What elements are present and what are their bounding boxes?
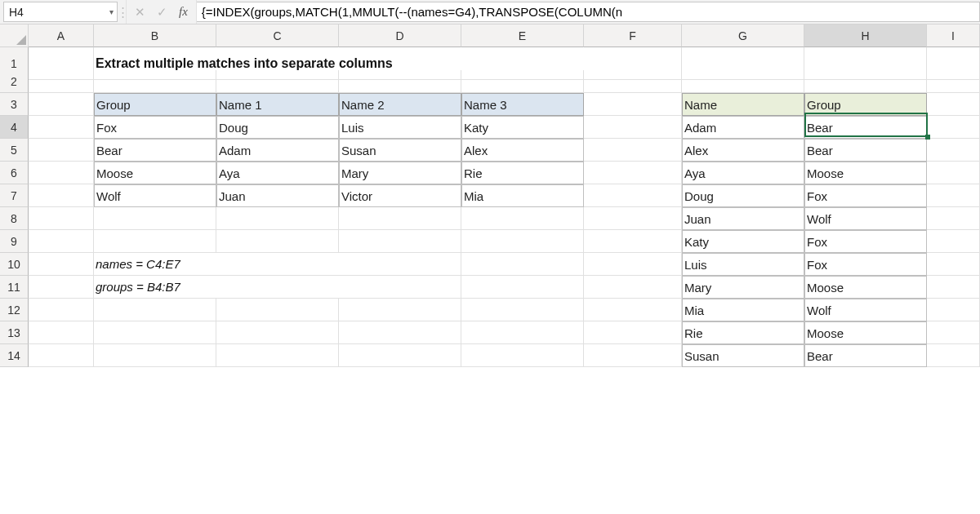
col-header-E[interactable]: E bbox=[461, 24, 584, 47]
cell-F13[interactable] bbox=[584, 321, 682, 344]
cell-G8[interactable]: Juan bbox=[682, 207, 804, 230]
cell-E13[interactable] bbox=[461, 321, 584, 344]
col-header-D[interactable]: D bbox=[339, 24, 461, 47]
cell-G7[interactable]: Doug bbox=[682, 184, 804, 207]
cell-B7[interactable]: Wolf bbox=[94, 184, 216, 207]
cell-D2[interactable] bbox=[339, 70, 461, 93]
cell-A10[interactable] bbox=[29, 253, 94, 276]
formula-bar-grip-icon[interactable]: ⋮ bbox=[119, 0, 126, 24]
cell-C7[interactable]: Juan bbox=[216, 184, 339, 207]
cell-I8[interactable] bbox=[927, 207, 980, 230]
cell-F3[interactable] bbox=[584, 93, 682, 116]
col-header-H[interactable]: H bbox=[804, 24, 927, 47]
cell-G6[interactable]: Aya bbox=[682, 162, 804, 184]
col-header-I[interactable]: I bbox=[927, 24, 980, 47]
cell-E14[interactable] bbox=[461, 344, 584, 367]
main-header-group[interactable]: Group bbox=[94, 93, 216, 116]
spreadsheet-grid[interactable]: A B C D E F G H I 1 Extract multiple mat… bbox=[0, 24, 980, 367]
groups-definition[interactable]: groups = B4:B7 bbox=[94, 276, 461, 299]
cell-I12[interactable] bbox=[927, 299, 980, 321]
cell-E11[interactable] bbox=[461, 276, 584, 299]
col-header-B[interactable]: B bbox=[94, 24, 216, 47]
cell-D13[interactable] bbox=[339, 321, 461, 344]
cell-I10[interactable] bbox=[927, 253, 980, 276]
cell-A8[interactable] bbox=[29, 207, 94, 230]
cell-I4[interactable] bbox=[927, 116, 980, 139]
cell-A11[interactable] bbox=[29, 276, 94, 299]
cell-B14[interactable] bbox=[94, 344, 216, 367]
cell-F9[interactable] bbox=[584, 230, 682, 253]
cell-D14[interactable] bbox=[339, 344, 461, 367]
cell-H9[interactable]: Fox bbox=[804, 230, 927, 253]
row-header-5[interactable]: 5 bbox=[0, 139, 29, 162]
cell-F11[interactable] bbox=[584, 276, 682, 299]
cell-F7[interactable] bbox=[584, 184, 682, 207]
cell-D6[interactable]: Mary bbox=[339, 162, 461, 184]
col-header-G[interactable]: G bbox=[682, 24, 804, 47]
cell-B6[interactable]: Moose bbox=[94, 162, 216, 184]
cell-C2[interactable] bbox=[216, 70, 339, 93]
cell-H14[interactable]: Bear bbox=[804, 344, 927, 367]
cell-A12[interactable] bbox=[29, 299, 94, 321]
cell-E6[interactable]: Rie bbox=[461, 162, 584, 184]
cell-B5[interactable]: Bear bbox=[94, 139, 216, 162]
cell-B4[interactable]: Fox bbox=[94, 116, 216, 139]
row-header-14[interactable]: 14 bbox=[0, 344, 29, 367]
cell-E5[interactable]: Alex bbox=[461, 139, 584, 162]
names-definition[interactable]: names = C4:E7 bbox=[94, 253, 461, 276]
cell-A6[interactable] bbox=[29, 162, 94, 184]
cell-I3[interactable] bbox=[927, 93, 980, 116]
cell-E7[interactable]: Mia bbox=[461, 184, 584, 207]
cell-B9[interactable] bbox=[94, 230, 216, 253]
cell-G4[interactable]: Adam bbox=[682, 116, 804, 139]
cell-B12[interactable] bbox=[94, 299, 216, 321]
main-header-name2[interactable]: Name 2 bbox=[339, 93, 461, 116]
cell-H5[interactable]: Bear bbox=[804, 139, 927, 162]
cell-H11[interactable]: Moose bbox=[804, 276, 927, 299]
cell-D12[interactable] bbox=[339, 299, 461, 321]
cell-I14[interactable] bbox=[927, 344, 980, 367]
cell-C9[interactable] bbox=[216, 230, 339, 253]
cell-F8[interactable] bbox=[584, 207, 682, 230]
col-header-C[interactable]: C bbox=[216, 24, 339, 47]
main-header-name3[interactable]: Name 3 bbox=[461, 93, 584, 116]
cell-A7[interactable] bbox=[29, 184, 94, 207]
cell-A13[interactable] bbox=[29, 321, 94, 344]
cell-C13[interactable] bbox=[216, 321, 339, 344]
cell-H13[interactable]: Moose bbox=[804, 321, 927, 344]
row-header-9[interactable]: 9 bbox=[0, 230, 29, 253]
cell-A3[interactable] bbox=[29, 93, 94, 116]
cell-F2[interactable] bbox=[584, 70, 682, 93]
enter-formula-icon[interactable]: ✓ bbox=[157, 5, 167, 20]
cell-I6[interactable] bbox=[927, 162, 980, 184]
cancel-formula-icon[interactable]: ✕ bbox=[135, 5, 145, 20]
lookup-header-name[interactable]: Name bbox=[682, 93, 804, 116]
col-header-A[interactable]: A bbox=[29, 24, 94, 47]
cell-I13[interactable] bbox=[927, 321, 980, 344]
name-box-dropdown-icon[interactable]: ▾ bbox=[109, 7, 114, 16]
row-header-13[interactable]: 13 bbox=[0, 321, 29, 344]
row-header-6[interactable]: 6 bbox=[0, 162, 29, 184]
cell-B8[interactable] bbox=[94, 207, 216, 230]
cell-G11[interactable]: Mary bbox=[682, 276, 804, 299]
cell-E4[interactable]: Katy bbox=[461, 116, 584, 139]
cell-G9[interactable]: Katy bbox=[682, 230, 804, 253]
row-header-11[interactable]: 11 bbox=[0, 276, 29, 299]
cell-G10[interactable]: Luis bbox=[682, 253, 804, 276]
cell-A5[interactable] bbox=[29, 139, 94, 162]
cell-E8[interactable] bbox=[461, 207, 584, 230]
cell-I5[interactable] bbox=[927, 139, 980, 162]
cell-C12[interactable] bbox=[216, 299, 339, 321]
formula-input[interactable]: {=INDEX(groups,MATCH(1,MMULT(--(names=G4… bbox=[197, 2, 980, 22]
cell-H8[interactable]: Wolf bbox=[804, 207, 927, 230]
cell-F14[interactable] bbox=[584, 344, 682, 367]
row-header-2[interactable]: 2 bbox=[0, 70, 29, 93]
row-header-3[interactable]: 3 bbox=[0, 93, 29, 116]
cell-A2[interactable] bbox=[29, 70, 94, 93]
cell-H12[interactable]: Wolf bbox=[804, 299, 927, 321]
name-box[interactable]: H4 ▾ bbox=[3, 2, 118, 22]
cell-I2[interactable] bbox=[927, 70, 980, 93]
lookup-header-group[interactable]: Group bbox=[804, 93, 927, 116]
cell-I9[interactable] bbox=[927, 230, 980, 253]
cell-A4[interactable] bbox=[29, 116, 94, 139]
